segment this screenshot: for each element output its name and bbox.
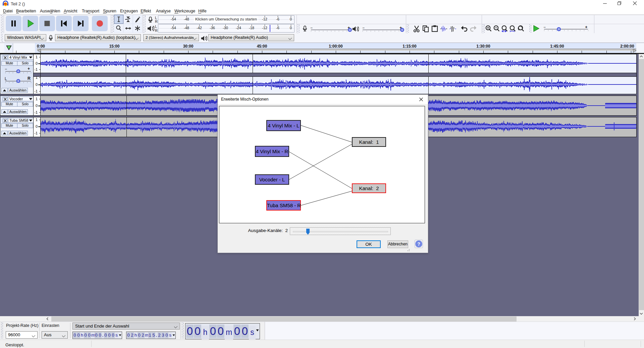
svg-text:?: ?: [417, 241, 420, 247]
